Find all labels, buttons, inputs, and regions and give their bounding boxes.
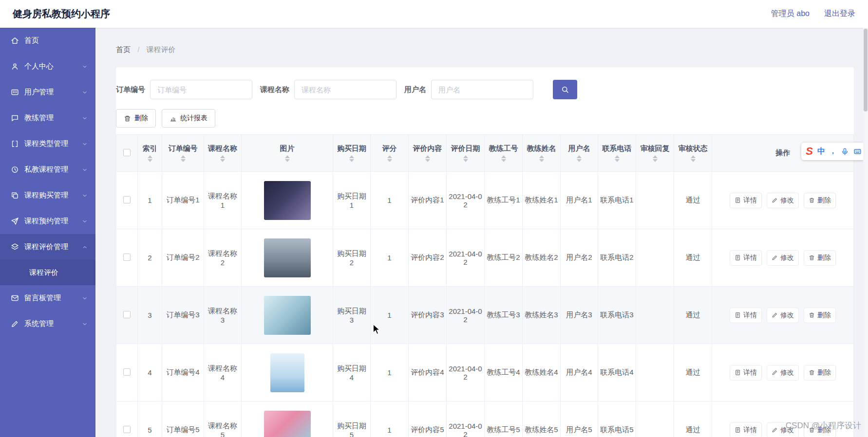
vertical-scrollbar[interactable] [863, 28, 868, 437]
column-header-coach_name[interactable]: 教练姓名 [523, 135, 561, 172]
sort-desc-icon[interactable] [615, 159, 620, 162]
delete-row-button[interactable]: 删除 [804, 193, 836, 208]
sidebar-item-course-type-mgmt[interactable]: 课程类型管理 [0, 131, 95, 157]
sidebar-item-profile[interactable]: 个人中心 [0, 54, 95, 79]
row-checkbox[interactable] [123, 426, 131, 433]
mic-icon[interactable] [841, 147, 849, 156]
column-header-buy_date[interactable]: 购买日期 [333, 135, 371, 172]
row-checkbox[interactable] [123, 311, 131, 318]
column-header-image[interactable]: 图片 [242, 135, 333, 172]
sort-desc-icon[interactable] [285, 159, 290, 162]
detail-row-button[interactable]: 详情 [730, 308, 762, 323]
detail-row-button[interactable]: 详情 [730, 422, 762, 437]
column-header-phone[interactable]: 联系电话 [598, 135, 636, 172]
sidebar-item-system-mgmt[interactable]: 系统管理 [0, 311, 95, 337]
sort-icons[interactable] [691, 155, 696, 162]
logout-link[interactable]: 退出登录 [824, 9, 855, 19]
sidebar-item-course-review-mgmt[interactable]: 课程评价管理 [0, 234, 95, 260]
keyboard-icon[interactable] [853, 147, 862, 156]
sort-icons[interactable] [539, 155, 544, 162]
sidebar-item-pt-course-mgmt[interactable]: 私教课程管理 [0, 157, 95, 182]
select-all-checkbox[interactable] [123, 149, 131, 156]
sidebar-item-user-mgmt[interactable]: 用户管理 [0, 79, 95, 105]
scrollbar-thumb[interactable] [864, 29, 868, 111]
column-header-order_no[interactable]: 订单编号 [162, 135, 204, 172]
sort-asc-icon[interactable] [285, 155, 290, 158]
delete-row-button[interactable]: 删除 [804, 250, 836, 266]
edit-row-button[interactable]: 修改 [767, 365, 799, 381]
ime-mode-chinese[interactable]: 中 [817, 146, 825, 157]
sort-desc-icon[interactable] [387, 159, 392, 162]
edit-row-button[interactable]: 修改 [767, 250, 799, 266]
column-header-review_date[interactable]: 评价日期 [447, 135, 485, 172]
delete-button[interactable]: 删除 [116, 109, 156, 127]
column-header-coach_no[interactable]: 教练工号 [485, 135, 523, 172]
sort-asc-icon[interactable] [653, 155, 658, 158]
table-row[interactable]: 1订单编号1课程名称1购买日期11评价内容12021-04-02教练工号1教练姓… [116, 172, 854, 229]
sort-desc-icon[interactable] [181, 159, 186, 162]
sogou-logo-icon[interactable]: S [806, 146, 813, 157]
sort-desc-icon[interactable] [653, 159, 658, 162]
column-header-username[interactable]: 用户名 [561, 135, 598, 172]
sort-asc-icon[interactable] [349, 155, 354, 158]
sort-asc-icon[interactable] [539, 155, 544, 158]
search-button[interactable] [553, 80, 577, 99]
sort-icons[interactable] [425, 155, 430, 162]
table-row[interactable]: 4订单编号4课程名称4购买日期41评价内容42021-04-02教练工号4教练姓… [116, 344, 854, 401]
sort-desc-icon[interactable] [425, 159, 430, 162]
sidebar-subitem-course-review[interactable]: 课程评价 [0, 260, 95, 285]
sidebar-item-home[interactable]: 首页 [0, 28, 95, 54]
sort-icons[interactable] [349, 155, 354, 162]
table-row[interactable]: 3订单编号3课程名称3购买日期31评价内容32021-04-02教练工号3教练姓… [116, 287, 854, 344]
edit-row-button[interactable]: 修改 [767, 193, 799, 208]
sort-icons[interactable] [501, 155, 506, 162]
sidebar-item-course-purchase-mgmt[interactable]: 课程购买管理 [0, 182, 95, 208]
breadcrumb-home[interactable]: 首页 [116, 45, 131, 54]
sort-icons[interactable] [285, 155, 290, 162]
sort-asc-icon[interactable] [181, 155, 186, 158]
sort-desc-icon[interactable] [220, 159, 225, 162]
search-input-username[interactable] [431, 80, 533, 99]
sort-asc-icon[interactable] [387, 155, 392, 158]
sort-desc-icon[interactable] [349, 159, 354, 162]
row-checkbox[interactable] [123, 254, 131, 261]
edit-row-button[interactable]: 修改 [767, 308, 799, 323]
row-checkbox[interactable] [123, 196, 131, 203]
column-header-score[interactable]: 评分 [371, 135, 409, 172]
search-input-order-no[interactable] [150, 80, 252, 99]
detail-row-button[interactable]: 详情 [730, 250, 762, 266]
detail-row-button[interactable]: 详情 [730, 365, 762, 381]
sort-icons[interactable] [387, 155, 392, 162]
sort-asc-icon[interactable] [425, 155, 430, 158]
sort-icons[interactable] [653, 155, 658, 162]
report-button[interactable]: 统计报表 [162, 109, 215, 127]
sort-desc-icon[interactable] [148, 159, 152, 162]
sort-asc-icon[interactable] [148, 155, 152, 158]
sidebar-item-course-booking-mgmt[interactable]: 课程预约管理 [0, 208, 95, 234]
ime-punctuation[interactable]: ， [830, 147, 836, 156]
ime-toolbar[interactable]: S 中 ， [801, 143, 866, 160]
detail-row-button[interactable]: 详情 [730, 193, 762, 208]
sort-asc-icon[interactable] [615, 155, 620, 158]
sort-icons[interactable] [220, 155, 225, 162]
search-input-course-name[interactable] [294, 80, 396, 99]
sort-desc-icon[interactable] [501, 159, 506, 162]
column-header-audit_reply[interactable]: 审核回复 [636, 135, 674, 172]
sort-asc-icon[interactable] [577, 155, 582, 158]
sort-desc-icon[interactable] [691, 159, 696, 162]
column-header-review_content[interactable]: 评价内容 [409, 135, 447, 172]
sort-desc-icon[interactable] [539, 159, 544, 162]
sidebar-item-coach-mgmt[interactable]: 教练管理 [0, 105, 95, 131]
sort-icons[interactable] [148, 155, 152, 162]
column-header-course_name[interactable]: 课程名称 [204, 135, 242, 172]
column-header-audit_status[interactable]: 审核状态 [674, 135, 712, 172]
sort-asc-icon[interactable] [463, 155, 468, 158]
sort-desc-icon[interactable] [463, 159, 468, 162]
sort-icons[interactable] [463, 155, 468, 162]
sort-asc-icon[interactable] [691, 155, 696, 158]
sort-asc-icon[interactable] [501, 155, 506, 158]
table-row[interactable]: 2订单编号2课程名称2购买日期21评价内容22021-04-02教练工号2教练姓… [116, 229, 854, 287]
sort-asc-icon[interactable] [220, 155, 225, 158]
sort-icons[interactable] [181, 155, 186, 162]
sidebar-item-message-board-mgmt[interactable]: 留言板管理 [0, 285, 95, 311]
